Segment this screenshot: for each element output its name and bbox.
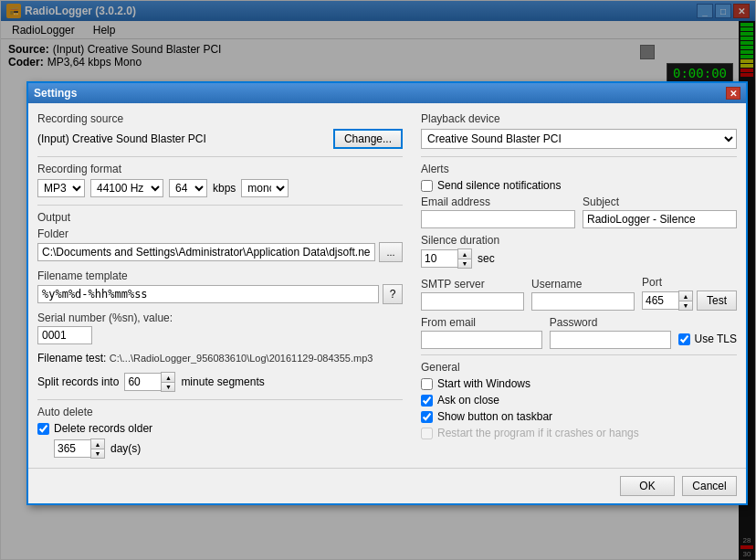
username-input[interactable] (531, 292, 635, 311)
delete-days-down-arrow[interactable]: ▼ (91, 449, 104, 458)
silence-up-arrow[interactable]: ▲ (458, 249, 471, 259)
filename-test-group: Filename test: C:\...\RadioLogger_956083… (37, 352, 403, 365)
settings-dialog: Settings ✕ Recording source (Input) Crea… (26, 81, 748, 505)
port-group: Port ▲ ▼ Test (642, 276, 737, 311)
silence-duration-row: ▲ ▼ sec (421, 248, 737, 269)
email-subject-row: Email address Subject (421, 195, 737, 228)
right-panel: Playback device Creative Sound Blaster P… (421, 112, 737, 459)
format-channels-select[interactable]: mono (241, 179, 289, 197)
general-group: General Start with Windows Ask on close … (421, 361, 737, 439)
filename-test-value: C:\...\RadioLogger_956083610\Log\2016112… (110, 353, 373, 364)
format-hz-select[interactable]: 44100 Hz (90, 179, 163, 197)
silence-duration-label: Silence duration (421, 234, 737, 247)
port-down-arrow[interactable]: ▼ (679, 301, 692, 310)
format-type-select[interactable]: MP3 (37, 179, 85, 197)
split-row: Split records into ▲ ▼ minute segments (37, 372, 403, 392)
use-tls-label: Use TLS (695, 333, 737, 345)
recording-format-label: Recording format (37, 163, 403, 175)
show-button-taskbar-checkbox[interactable] (421, 411, 433, 423)
dialog-content: Recording source (Input) Creative Sound … (28, 103, 746, 468)
recording-source-row: (Input) Creative Sound Blaster PCI Chang… (37, 129, 403, 149)
ask-on-close-checkbox[interactable] (421, 395, 433, 407)
dialog-title-bar: Settings ✕ (28, 83, 746, 103)
from-email-group: From email (421, 316, 542, 349)
from-email-label: From email (421, 316, 542, 329)
silence-down-arrow[interactable]: ▼ (458, 259, 471, 268)
password-input[interactable] (550, 331, 671, 349)
split-input[interactable] (124, 373, 161, 391)
restart-row: Restart the program if it crashes or han… (421, 427, 737, 439)
use-tls-group: Use TLS (678, 318, 737, 349)
use-tls-row: Use TLS (678, 333, 737, 345)
split-suffix: minute segments (181, 375, 264, 388)
start-with-windows-row: Start with Windows (421, 377, 737, 390)
delete-records-row: Delete records older (37, 422, 403, 435)
recording-format-group: Recording format MP3 44100 Hz 64 kbps (37, 163, 403, 197)
recording-source-label: Recording source (37, 112, 403, 125)
port-label: Port (642, 276, 737, 289)
username-label: Username (531, 278, 635, 291)
folder-input[interactable] (37, 243, 375, 261)
cancel-button[interactable]: Cancel (682, 476, 737, 496)
start-with-windows-label: Start with Windows (437, 377, 530, 390)
email-address-label: Email address (421, 195, 575, 208)
port-spinner: ▲ ▼ (642, 291, 693, 311)
subject-field-group: Subject (583, 195, 737, 228)
smtp-server-label: SMTP server (421, 278, 524, 291)
delete-days-suffix: day(s) (110, 442, 141, 455)
delete-days-up-arrow[interactable]: ▲ (91, 439, 104, 449)
help-button[interactable]: ? (383, 284, 403, 304)
split-label: Split records into (37, 375, 119, 388)
playback-label: Playback device (421, 112, 737, 125)
format-bitrate-select[interactable]: 64 (169, 179, 207, 197)
dialog-close-button[interactable]: ✕ (726, 87, 740, 100)
kbps-label: kbps (213, 182, 236, 195)
folder-row: ... (37, 242, 403, 262)
main-window: 📻 RadioLogger (3.0.2.0) _ □ ✕ RadioLogge… (0, 0, 756, 560)
test-button[interactable]: Test (697, 291, 737, 311)
filename-template-input[interactable] (37, 285, 379, 303)
delete-records-checkbox[interactable] (37, 423, 49, 435)
port-up-arrow[interactable]: ▲ (679, 291, 692, 301)
browse-button[interactable]: ... (379, 242, 403, 262)
subject-input[interactable] (583, 210, 737, 228)
playback-group: Playback device Creative Sound Blaster P… (421, 112, 737, 149)
silence-duration-input[interactable] (421, 249, 457, 268)
send-silence-checkbox[interactable] (421, 180, 433, 192)
playback-select[interactable]: Creative Sound Blaster PCI (421, 129, 737, 149)
use-tls-checkbox[interactable] (678, 333, 690, 345)
output-label: Output (37, 211, 403, 224)
silence-duration-spinner: ▲ ▼ (421, 248, 472, 269)
left-panel: Recording source (Input) Creative Sound … (37, 112, 403, 459)
ask-on-close-row: Ask on close (421, 394, 737, 407)
restart-label: Restart the program if it crashes or han… (437, 427, 639, 439)
smtp-server-input[interactable] (421, 292, 524, 311)
from-email-input[interactable] (421, 331, 542, 349)
dialog-title: Settings (34, 87, 77, 100)
dialog-footer: OK Cancel (28, 468, 746, 503)
delete-days-input[interactable] (54, 439, 90, 458)
start-with-windows-checkbox[interactable] (421, 378, 433, 390)
ok-button[interactable]: OK (620, 476, 675, 496)
split-group: Split records into ▲ ▼ minute segments (37, 372, 403, 392)
format-row: MP3 44100 Hz 64 kbps mono (37, 179, 403, 197)
show-button-taskbar-label: Show button on taskbar (437, 410, 552, 423)
subject-label: Subject (583, 195, 737, 208)
username-group: Username (531, 278, 635, 311)
recording-source-group: Recording source (Input) Creative Sound … (37, 112, 403, 149)
serial-number-group: Serial number (%sn), value: (37, 312, 403, 344)
delete-days-row: ▲ ▼ day(s) (54, 438, 403, 459)
port-arrows: ▲ ▼ (678, 291, 693, 311)
recording-source-value: (Input) Creative Sound Blaster PCI (37, 132, 206, 145)
change-button[interactable]: Change... (333, 129, 403, 149)
filename-template-label: Filename template (37, 269, 403, 282)
show-button-taskbar-row: Show button on taskbar (421, 410, 737, 423)
split-down-arrow[interactable]: ▼ (162, 382, 174, 391)
serial-number-input[interactable] (37, 326, 92, 344)
email-address-input[interactable] (421, 210, 575, 228)
alerts-label: Alerts (421, 163, 737, 175)
filename-template-group: Filename template ? (37, 269, 403, 304)
port-input[interactable] (642, 291, 678, 310)
restart-checkbox (421, 428, 433, 439)
split-up-arrow[interactable]: ▲ (162, 373, 174, 382)
